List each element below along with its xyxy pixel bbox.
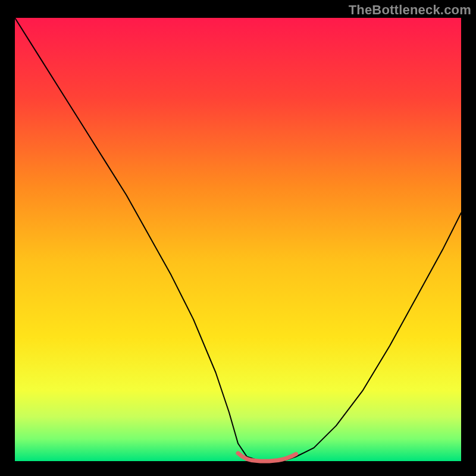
plot-background (15, 18, 461, 461)
chart-svg (0, 0, 476, 476)
watermark-text: TheBottleneck.com (349, 2, 471, 18)
chart-frame: { "watermark": "TheBottleneck.com", "cha… (0, 0, 476, 476)
